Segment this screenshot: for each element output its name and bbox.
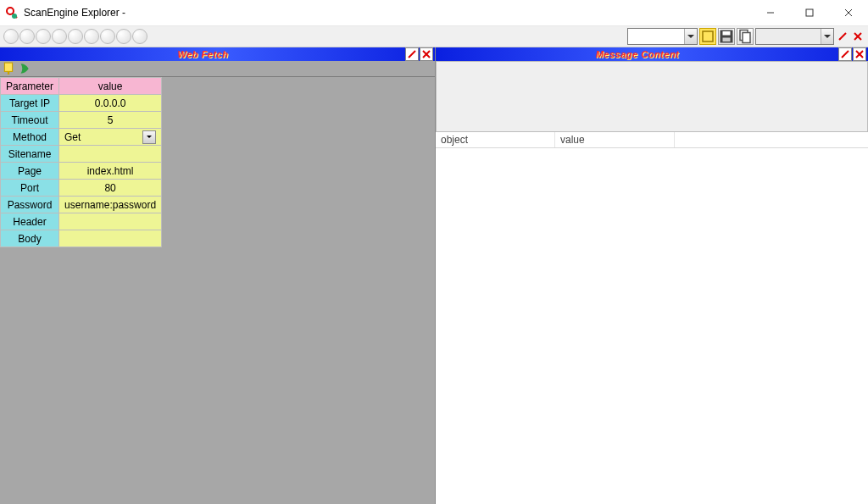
toolbar-combo-2[interactable] [755, 28, 834, 45]
param-value[interactable]: 0.0.0.0 [59, 95, 162, 112]
svg-rect-9 [723, 31, 731, 36]
param-header-name: Parameter [1, 78, 59, 95]
table-row: Target IP0.0.0.0 [1, 95, 162, 112]
toolbar-copy-button[interactable] [737, 28, 754, 45]
param-name: Page [1, 163, 59, 180]
toolbar-round-button-6[interactable] [84, 29, 99, 44]
window-minimize-button[interactable] [751, 0, 790, 25]
toolbar-combo-2-value [756, 29, 821, 44]
svg-point-2 [12, 14, 17, 19]
toolbar-delete-button[interactable] [851, 29, 865, 44]
table-row: Body [1, 230, 162, 247]
param-name: Target IP [1, 95, 59, 112]
panel-message-content-edit-button[interactable] [838, 47, 852, 61]
window-title: ScanEngine Explorer - [24, 7, 125, 19]
panel-message-content: Message Content object value [436, 47, 868, 504]
panel-web-fetch: Web Fetch Parameter value [0, 47, 436, 504]
chevron-down-icon [821, 29, 833, 44]
toolbar-save-button[interactable] [718, 28, 735, 45]
toolbar-round-button-2[interactable] [19, 29, 35, 44]
param-value-text: Get [64, 131, 81, 143]
param-value[interactable]: Get [59, 129, 162, 146]
parameter-table: Parameter value Target IP0.0.0.0Timeout5… [0, 77, 162, 247]
toolbar-round-button-4[interactable] [52, 29, 67, 44]
toolbar-round-button-5[interactable] [68, 29, 83, 44]
param-name: Sitename [1, 146, 59, 163]
param-name: Method [1, 129, 59, 146]
param-value[interactable] [59, 230, 162, 247]
toolbar-combo-1-value [628, 29, 684, 44]
param-value[interactable]: index.html [59, 163, 162, 180]
param-name: Timeout [1, 112, 59, 129]
param-value[interactable]: 80 [59, 180, 162, 197]
svg-rect-10 [723, 38, 731, 42]
param-value[interactable]: username:password [59, 197, 162, 213]
toolbar-edit-button[interactable] [836, 29, 849, 44]
panel-web-fetch-toolbar [0, 61, 435, 77]
window-close-button[interactable] [829, 0, 868, 25]
toolbar-round-button-3[interactable] [36, 29, 51, 44]
window-titlebar: ScanEngine Explorer - [0, 0, 868, 26]
svg-point-0 [7, 8, 14, 14]
chevron-down-icon [684, 29, 697, 44]
message-list-header: object value [436, 132, 868, 148]
table-row: Port80 [1, 180, 162, 197]
table-row: Pageindex.html [1, 163, 162, 180]
app-icon [5, 6, 19, 19]
panel-message-content-title: Message Content [437, 49, 837, 59]
param-name: Port [1, 180, 59, 197]
toolbar-round-button-9[interactable] [132, 29, 147, 44]
panel-web-fetch-close-button[interactable] [420, 47, 433, 61]
panel-web-fetch-body: Parameter value Target IP0.0.0.0Timeout5… [0, 77, 435, 504]
svg-rect-7 [703, 31, 713, 42]
svg-line-23 [842, 51, 849, 58]
panel-message-content-close-button[interactable] [853, 47, 866, 61]
table-row: Header [1, 213, 162, 230]
panel-message-content-header: Message Content [436, 47, 868, 61]
panel-web-fetch-title: Web Fetch [2, 49, 404, 59]
message-col-object[interactable]: object [436, 132, 555, 147]
pin-icon[interactable] [2, 62, 15, 75]
param-name: Body [1, 230, 59, 247]
param-value[interactable] [59, 146, 162, 163]
param-header-value: value [59, 78, 162, 95]
toolbar-round-button-8[interactable] [116, 29, 131, 44]
toolbar-round-button-1[interactable] [3, 29, 19, 44]
table-row: Sitename [1, 146, 162, 163]
toolbar-round-button-7[interactable] [100, 29, 115, 44]
param-value[interactable] [59, 213, 162, 230]
panel-web-fetch-edit-button[interactable] [405, 47, 419, 61]
svg-rect-12 [743, 33, 750, 43]
table-row: Passwordusername:password [1, 197, 162, 213]
run-icon[interactable] [17, 62, 31, 75]
panel-message-content-body: object value [436, 61, 868, 504]
svg-line-13 [839, 33, 846, 40]
table-row: MethodGet [1, 129, 162, 146]
svg-rect-4 [806, 9, 813, 16]
chevron-down-icon[interactable] [142, 130, 156, 144]
message-list[interactable] [436, 148, 868, 504]
table-row: Timeout5 [1, 112, 162, 129]
param-value[interactable]: 5 [59, 112, 162, 129]
panel-web-fetch-header: Web Fetch [0, 47, 435, 61]
param-name: Header [1, 213, 59, 230]
message-preview-area[interactable] [436, 61, 868, 132]
toolbar-new-button[interactable] [699, 28, 716, 45]
message-col-value[interactable]: value [555, 132, 675, 147]
workspace: Web Fetch Parameter value [0, 47, 868, 504]
main-toolbar [0, 26, 868, 47]
toolbar-combo-1[interactable] [627, 28, 698, 45]
svg-rect-21 [4, 63, 12, 71]
message-col-spacer [675, 132, 868, 147]
window-maximize-button[interactable] [790, 0, 829, 25]
svg-rect-22 [8, 71, 9, 74]
param-name: Password [1, 197, 59, 213]
svg-line-17 [409, 51, 415, 58]
